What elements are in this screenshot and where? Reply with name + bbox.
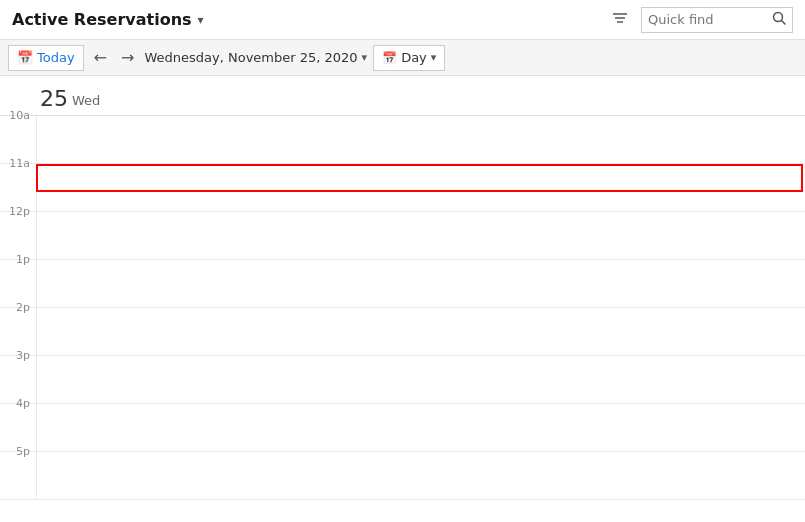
today-button[interactable]: 📅 Today xyxy=(8,45,84,71)
time-row-3p: 3p xyxy=(0,356,805,404)
time-label-10a: 10a xyxy=(0,109,36,122)
date-dropdown-icon[interactable]: ▾ xyxy=(362,51,368,64)
time-cell-10a[interactable] xyxy=(36,116,805,163)
time-label-4p: 4p xyxy=(0,397,36,410)
time-row-1p: 1p xyxy=(0,260,805,308)
header-right xyxy=(607,5,793,35)
search-box[interactable] xyxy=(641,7,793,33)
time-cell-1p[interactable] xyxy=(36,260,805,307)
time-row-10a: 10a xyxy=(0,116,805,164)
date-label: Wednesday, November 25, 2020 ▾ xyxy=(144,50,367,65)
time-label-2p: 2p xyxy=(0,301,36,314)
time-row-12p: 12p xyxy=(0,212,805,260)
day-header: 25 Wed xyxy=(0,76,805,116)
time-label-5p: 5p xyxy=(0,445,36,458)
time-row-11a: 11a xyxy=(0,164,805,212)
prev-button[interactable]: ← xyxy=(90,46,111,69)
current-date: Wednesday, November 25, 2020 xyxy=(144,50,357,65)
time-label-3p: 3p xyxy=(0,349,36,362)
page-title: Active Reservations xyxy=(12,10,192,29)
day-number: 25 xyxy=(40,86,68,111)
time-cell-5p[interactable] xyxy=(36,452,805,499)
time-grid: 10a11a12p1p2p3p4p5p xyxy=(0,116,805,522)
next-button[interactable]: → xyxy=(117,46,138,69)
time-row-4p: 4p xyxy=(0,404,805,452)
search-input[interactable] xyxy=(648,12,768,27)
calendar-container: 25 Wed 10a11a12p1p2p3p4p5p xyxy=(0,76,805,522)
time-cell-11a[interactable] xyxy=(36,164,805,211)
title-dropdown-icon[interactable]: ▾ xyxy=(198,13,204,27)
time-row-2p: 2p xyxy=(0,308,805,356)
calendar-small-icon: 📅 xyxy=(17,50,33,65)
time-cell-3p[interactable] xyxy=(36,356,805,403)
svg-line-4 xyxy=(782,21,786,25)
day-name: Wed xyxy=(72,93,100,111)
view-selector[interactable]: 📅 Day ▾ xyxy=(373,45,445,71)
time-row-5p: 5p xyxy=(0,452,805,500)
time-label-11a: 11a xyxy=(0,157,36,170)
view-label: Day xyxy=(401,50,427,65)
time-label-12p: 12p xyxy=(0,205,36,218)
time-label-1p: 1p xyxy=(0,253,36,266)
filter-icon[interactable] xyxy=(607,5,633,35)
view-dropdown-icon: ▾ xyxy=(431,51,437,64)
time-cell-2p[interactable] xyxy=(36,308,805,355)
header: Active Reservations ▾ xyxy=(0,0,805,40)
toolbar: 📅 Today ← → Wednesday, November 25, 2020… xyxy=(0,40,805,76)
view-calendar-icon: 📅 xyxy=(382,51,397,65)
today-label: Today xyxy=(37,50,75,65)
time-cell-4p[interactable] xyxy=(36,404,805,451)
header-left: Active Reservations ▾ xyxy=(12,10,204,29)
time-cell-12p[interactable] xyxy=(36,212,805,259)
search-icon[interactable] xyxy=(772,11,786,28)
